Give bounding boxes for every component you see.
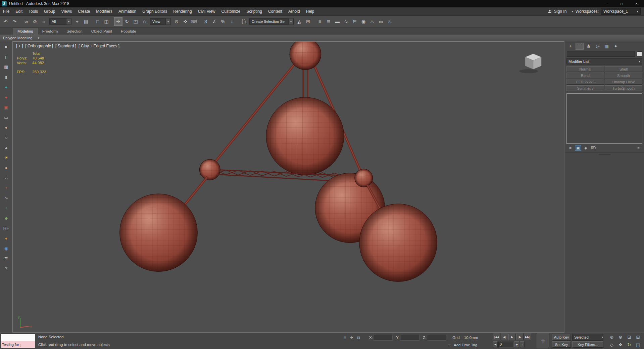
menu-customize[interactable]: Customize xyxy=(218,7,244,15)
play-icon[interactable]: ▶ xyxy=(508,334,516,340)
utilities-tab[interactable]: ✦ xyxy=(612,43,620,50)
redo-icon[interactable]: ↷ xyxy=(10,17,19,26)
rectangular-selection-region-icon[interactable]: □ xyxy=(93,17,102,26)
sphere-bottom-left[interactable] xyxy=(120,194,198,271)
go-to-end-icon[interactable]: ▶▶| xyxy=(524,334,531,340)
show-end-result-icon[interactable]: ▣ xyxy=(575,145,581,151)
menu-views[interactable]: Views xyxy=(58,7,75,15)
select-and-rotate-icon[interactable]: ↻ xyxy=(122,17,131,26)
named-selection-sets-dropdown[interactable]: Create Selection Se ▾ xyxy=(249,18,294,25)
zoom-extents-all-icon[interactable]: ⊞ xyxy=(634,333,642,341)
previous-frame-icon[interactable]: ◀| xyxy=(501,334,508,340)
curve-editor-icon[interactable]: ∿ xyxy=(342,17,350,26)
modifier-stack[interactable] xyxy=(566,93,642,144)
viewport[interactable]: [ + ] [ Orthographic ] [ Standard ] [ Cl… xyxy=(12,41,564,333)
edit-named-selection-sets-icon[interactable]: { } xyxy=(239,17,248,26)
schematic-view-icon[interactable]: ⊟ xyxy=(350,17,359,26)
menu-tools[interactable]: Tools xyxy=(26,7,41,15)
key-filter-set-dropdown[interactable]: Selected ▾ xyxy=(572,334,603,341)
maximize-button[interactable]: □ xyxy=(614,0,629,7)
sun-icon[interactable]: ☀ xyxy=(3,154,10,161)
bind-to-space-warp-icon[interactable]: ≈ xyxy=(39,17,48,26)
viewport-general-menu[interactable]: [ + ] xyxy=(16,44,23,48)
sphere-connector-left[interactable] xyxy=(199,159,220,180)
current-frame-field[interactable] xyxy=(498,342,514,347)
symmetry-modifier-button[interactable]: Symmetry xyxy=(566,85,604,91)
snaps-toggle-icon[interactable]: 3 xyxy=(201,17,210,26)
tab-selection[interactable]: Selection xyxy=(62,28,87,35)
camera-icon[interactable]: ▣ xyxy=(3,103,10,111)
viewcube[interactable] xyxy=(518,50,549,75)
hf-icon[interactable]: HF xyxy=(3,224,10,232)
toggle-scene-explorer-icon[interactable]: ≡ xyxy=(315,17,324,26)
key-filters-button[interactable]: Key Filters... xyxy=(572,341,603,348)
modifier-list-dropdown[interactable]: Modifier List ▾ xyxy=(566,58,642,64)
use-pivot-point-center-icon[interactable]: ⊙ xyxy=(172,17,181,26)
render-production-icon[interactable]: ♨ xyxy=(385,17,394,26)
box-icon[interactable]: ▭ xyxy=(3,114,10,121)
configure-modifier-sets-icon[interactable]: ≡ xyxy=(635,145,642,151)
align-icon[interactable]: ⊞ xyxy=(304,17,312,26)
tab-object-paint[interactable]: Object Paint xyxy=(87,28,117,35)
material-editor-icon[interactable]: ◉ xyxy=(359,17,368,26)
angle-snap-toggle-icon[interactable]: ∠ xyxy=(210,17,219,26)
add-time-tag-button[interactable]: Add Time Tag xyxy=(454,343,477,347)
toggle-layer-explorer-icon[interactable]: ≣ xyxy=(324,17,333,26)
render-setup-icon[interactable]: ♨ xyxy=(368,17,377,26)
selection-filter-dropdown[interactable]: All ▾ xyxy=(49,18,71,25)
menu-animation[interactable]: Animation xyxy=(115,7,139,15)
turbosmooth-modifier-button[interactable]: TurboSmooth xyxy=(605,85,642,91)
toggle-ribbon-icon[interactable]: ▬ xyxy=(333,17,342,26)
menu-group[interactable]: Group xyxy=(41,7,58,15)
select-object-icon[interactable]: ⌖ xyxy=(73,17,82,26)
circle-icon[interactable]: ○ xyxy=(3,134,10,141)
x-coordinate-field[interactable] xyxy=(374,335,393,341)
ffd-2x2x2-modifier-button[interactable]: FFD 2x2x2 xyxy=(566,79,604,85)
frame-spinner[interactable]: ↕ xyxy=(520,341,525,347)
z-coordinate-field[interactable] xyxy=(428,335,446,341)
scatter-icon[interactable]: ∴ xyxy=(3,174,10,181)
maximize-viewport-toggle-icon[interactable]: ◱ xyxy=(634,341,642,349)
select-and-place-icon[interactable]: ⌂ xyxy=(140,17,149,26)
reference-coordinate-dropdown[interactable]: View ▾ xyxy=(150,18,171,25)
menu-graph-editors[interactable]: Graph Editors xyxy=(139,7,170,15)
pan-icon[interactable]: ✥ xyxy=(616,341,625,349)
modify-tab[interactable]: ⌒ xyxy=(576,43,584,50)
unwrap-uvw-modifier-button[interactable]: Unwrap UVW xyxy=(605,79,642,85)
orbit-icon[interactable]: ↻ xyxy=(625,341,634,349)
sphere-blue-icon[interactable]: ◉ xyxy=(3,245,10,252)
bend-modifier-button[interactable]: Bend xyxy=(566,73,604,78)
spline-icon[interactable]: ∿ xyxy=(3,194,10,202)
layers-icon[interactable]: ≣ xyxy=(3,255,10,262)
menu-rendering[interactable]: Rendering xyxy=(170,7,195,15)
go-to-start-icon[interactable]: |◀◀ xyxy=(493,334,500,340)
ribbon-section-bar[interactable]: Polygon Modeling ▾ xyxy=(0,35,644,41)
sphere-tan-icon[interactable]: ● xyxy=(3,124,10,131)
minimize-button[interactable]: — xyxy=(599,0,614,7)
spreadsheet-icon[interactable]: ▦ xyxy=(3,63,10,71)
workspace-dropdown[interactable]: Workspace_1 ▾ xyxy=(601,8,641,15)
shell-modifier-button[interactable]: Shell xyxy=(605,66,642,72)
help-icon[interactable]: ? xyxy=(3,265,10,272)
select-arrow-icon[interactable]: ➤ xyxy=(3,43,10,50)
cone-icon[interactable]: ▲ xyxy=(3,144,10,151)
rendered-frame-window-icon[interactable]: ▭ xyxy=(377,17,385,26)
pin-stack-icon[interactable]: ∗ xyxy=(567,145,574,151)
absolute-mode-icon[interactable]: ⊞ xyxy=(342,335,348,340)
viewport-3d-scene[interactable] xyxy=(13,42,564,332)
set-keys-button[interactable]: + xyxy=(537,334,549,348)
transform-gizmo-icon[interactable]: ✛ xyxy=(349,335,354,340)
viewport-pov-menu[interactable]: [ Orthographic ] xyxy=(25,44,53,48)
sign-in-button[interactable]: Sign In xyxy=(554,9,566,14)
zoom-all-icon[interactable]: ⊛ xyxy=(616,333,625,341)
field-of-view-icon[interactable]: ◇ xyxy=(607,341,616,349)
menu-civil-view[interactable]: Civil View xyxy=(195,7,218,15)
smooth-modifier-button[interactable]: Smooth xyxy=(605,73,642,78)
create-tab[interactable]: + xyxy=(566,43,575,50)
spinner-snap-toggle-icon[interactable]: ↕ xyxy=(228,17,236,26)
listener-input[interactable]: Testing for ; xyxy=(1,341,35,348)
next-key-button[interactable]: ▶ xyxy=(514,341,519,347)
sphere-teal-icon[interactable]: ● xyxy=(3,83,10,91)
sphere-orange-icon[interactable]: ● xyxy=(3,234,10,242)
tab-populate[interactable]: Populate xyxy=(116,28,140,35)
